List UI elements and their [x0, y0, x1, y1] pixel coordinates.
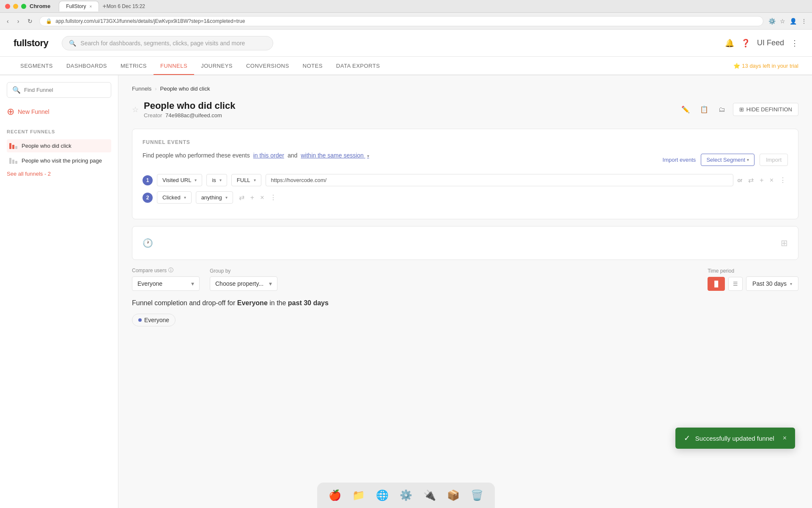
header-right: 🔔 ❓ UI Feed ⋮ [725, 39, 798, 48]
breadcrumb-funnels-link[interactable]: Funnels [132, 86, 151, 92]
toast-close-button[interactable]: × [783, 434, 787, 442]
success-toast: ✓ Successfully updated funnel × [675, 428, 795, 449]
back-button[interactable]: ‹ [5, 16, 11, 26]
address-bar-input[interactable]: 🔒 app.fullstory.com/ui/173GXJ/funnels/de… [39, 16, 763, 26]
group-by-select[interactable]: Choose property... ▾ [210, 276, 277, 291]
sidebar-funnel-label-1: People who did click [22, 143, 71, 149]
see-all-funnels[interactable]: See all funnels - 2 [7, 171, 111, 177]
compare-users-select[interactable]: Everyone ▾ [132, 276, 200, 291]
help-icon[interactable]: ❓ [741, 39, 750, 48]
nav-data-exports[interactable]: DATA EXPORTS [329, 58, 387, 74]
grid-view-icon[interactable]: ⊞ [781, 238, 788, 248]
event-type-dropdown-2[interactable]: Clicked ▾ [157, 191, 192, 204]
addressbar-right: ⚙️ ☆ 👤 ⋮ [768, 18, 807, 25]
main-nav: SEGMENTS DASHBOARDS METRICS FUNNELS JOUR… [0, 57, 812, 75]
new-tab-button[interactable]: + [102, 3, 106, 10]
edit-button[interactable]: ✏️ [679, 103, 692, 116]
tab-close-button[interactable]: × [89, 4, 92, 9]
funnel-events-title: FUNNEL EVENTS [143, 139, 788, 145]
within-session-chevron: ▾ [367, 154, 369, 158]
ui-feed-label[interactable]: UI Feed [757, 39, 784, 47]
controls-row: Compare users ⓘ Everyone ▾ Group by Choo… [132, 267, 798, 291]
dock-icon-package[interactable]: 📦 [444, 486, 463, 505]
select-segment-dropdown[interactable]: Select Segment ▾ [701, 154, 754, 166]
nav-notes[interactable]: NOTES [296, 58, 329, 74]
tab-title: FullStory [66, 3, 86, 9]
event-row-1: 1 Visited URL ▾ is ▾ FULL ▾ or ⇄ + [143, 174, 788, 186]
funnel-events-card: FUNNEL EVENTS Find people who performed … [132, 129, 798, 219]
time-period-select[interactable]: Past 30 days ▾ [746, 276, 798, 291]
dock-icon-chrome[interactable]: 🌐 [373, 486, 392, 505]
nav-metrics[interactable]: METRICS [114, 58, 154, 74]
event-filter-button-1[interactable]: ⇄ [746, 175, 755, 185]
archive-button[interactable]: 🗂 [716, 103, 728, 116]
window-controls [5, 4, 26, 9]
segment-chevron: ▾ [747, 157, 749, 162]
logo[interactable]: fullstory [14, 38, 48, 49]
nav-segments[interactable]: SEGMENTS [14, 58, 60, 74]
compare-label: Compare users ⓘ [132, 267, 200, 274]
dock-icon-plugin[interactable]: 🔌 [420, 486, 439, 505]
dock-icon-settings[interactable]: ⚙️ [397, 486, 415, 505]
minimize-dot[interactable] [13, 4, 18, 9]
account-icon[interactable]: 👤 [790, 18, 797, 25]
import-events-button[interactable]: Import events [663, 157, 696, 163]
close-dot[interactable] [5, 4, 10, 9]
event-match-dropdown-1[interactable]: FULL ▾ [231, 174, 261, 186]
menu-icon[interactable]: ⋮ [801, 18, 807, 25]
forward-button[interactable]: › [16, 16, 21, 26]
sidebar-funnel-item-2[interactable]: People who visit the pricing page [7, 154, 111, 167]
more-icon[interactable]: ⋮ [791, 39, 798, 48]
event-type-dropdown-1[interactable]: Visited URL ▾ [157, 174, 202, 186]
hide-definition-button[interactable]: ⊞ HIDE DEFINITION [733, 103, 798, 116]
table-view-button[interactable]: ☰ [728, 277, 743, 291]
bar-chart-button[interactable]: ▐▌ [708, 277, 725, 291]
new-funnel-button[interactable]: ⊕ New Funnel [7, 105, 111, 119]
event-more-button-1[interactable]: ⋮ [778, 175, 788, 185]
nav-journeys[interactable]: JOURNEYS [194, 58, 239, 74]
import-main-button: Import [760, 154, 788, 166]
event-remove-button-1[interactable]: × [768, 176, 775, 185]
sidebar-funnel-item-1[interactable]: People who did click [7, 139, 111, 152]
event-add-button-2[interactable]: + [249, 193, 256, 202]
event-more-button-2[interactable]: ⋮ [268, 193, 278, 202]
everyone-badge[interactable]: Everyone [132, 314, 176, 326]
group-by-group: Group by Choose property... ▾ [210, 268, 277, 291]
dock-icon-trash[interactable]: 🗑️ [468, 486, 486, 505]
sidebar-search-input[interactable] [24, 87, 106, 93]
favorite-icon[interactable]: ☆ [132, 105, 139, 114]
event-add-button-1[interactable]: + [758, 176, 765, 185]
event-condition-dropdown-1[interactable]: is ▾ [206, 174, 227, 186]
group-by-label: Group by [210, 268, 277, 274]
event-filter-button-2[interactable]: ⇄ [237, 193, 246, 202]
event-actions-2: ⇄ + × ⋮ [237, 193, 279, 202]
in-order-link[interactable]: in this order [253, 152, 284, 159]
event-row-2: 2 Clicked ▾ anything ▾ ⇄ + × ⋮ [143, 191, 788, 204]
funnel-creator-email[interactable]: 74e988ac@uifeed.com [165, 112, 222, 119]
dock-icon-folder[interactable]: 📁 [349, 486, 368, 505]
event-remove-button-2[interactable]: × [258, 193, 266, 202]
nav-conversions[interactable]: CONVERSIONS [239, 58, 296, 74]
nav-dashboards[interactable]: DASHBOARDS [60, 58, 114, 74]
copy-button[interactable]: 📋 [697, 103, 711, 116]
within-session-link[interactable]: within the same session ▾ [301, 152, 369, 159]
recent-funnels-title: RECENT FUNNELS [7, 129, 111, 134]
bookmark-icon[interactable]: ☆ [780, 18, 785, 25]
refresh-button[interactable]: ↻ [26, 16, 34, 26]
search-placeholder: Search for dashboards, segments, clicks,… [80, 40, 245, 47]
event-url-input-1[interactable] [266, 174, 733, 186]
sidebar-search[interactable]: 🔍 [7, 82, 111, 98]
dock-icon-finder[interactable]: 🍎 [326, 486, 344, 505]
active-tab[interactable]: FullStory × [59, 1, 99, 11]
event-condition-dropdown-2[interactable]: anything ▾ [196, 191, 233, 204]
sidebar-funnel-label-2: People who visit the pricing page [22, 157, 102, 164]
funnel-desc-row: Find people who performed these events i… [143, 152, 788, 167]
search-icon: 🔍 [69, 40, 76, 47]
event-type-chevron-2: ▾ [184, 195, 186, 200]
search-bar[interactable]: 🔍 Search for dashboards, segments, click… [62, 36, 273, 50]
funnel-actions: ✏️ 📋 🗂 ⊞ HIDE DEFINITION [679, 103, 798, 116]
nav-funnels[interactable]: FUNNELS [154, 58, 194, 74]
maximize-dot[interactable] [21, 4, 26, 9]
bell-icon[interactable]: 🔔 [725, 39, 734, 48]
extension-icon[interactable]: ⚙️ [768, 18, 776, 25]
